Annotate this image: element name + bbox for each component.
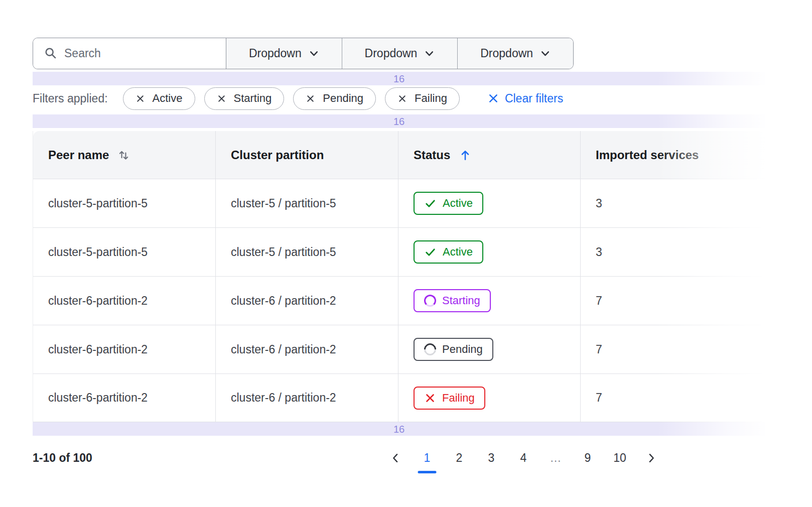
- column-header-peer-name[interactable]: Peer name: [33, 131, 215, 179]
- table-row: cluster-5-partition-5 cluster-5 / partit…: [33, 179, 765, 227]
- spacing-annotation-bar: 16: [33, 114, 765, 128]
- chevron-down-icon: [540, 48, 551, 59]
- cell-peer-name: cluster-6-partition-2: [33, 277, 215, 325]
- cell-imported-services: 3: [580, 179, 765, 227]
- column-header-cluster-partition: Cluster partition: [215, 131, 398, 179]
- pagination-prev-button[interactable]: [389, 452, 402, 464]
- table-row: cluster-6-partition-2 cluster-6 / partit…: [33, 276, 765, 325]
- status-badge-label: Pending: [442, 343, 483, 356]
- cell-imported-services: 3: [580, 228, 765, 276]
- cell-cluster-partition: cluster-5 / partition-5: [215, 179, 398, 227]
- dropdown-label: Dropdown: [480, 47, 533, 60]
- search-input[interactable]: [64, 47, 205, 60]
- column-header-status[interactable]: Status: [398, 131, 580, 179]
- status-badge-failing: Failing: [414, 387, 485, 410]
- clear-filters-button[interactable]: Clear filters: [488, 92, 563, 105]
- column-header-label: Peer name: [48, 148, 109, 162]
- dropdown-label: Dropdown: [249, 47, 302, 60]
- check-icon: [424, 197, 437, 210]
- pager-controls: 1 2 3 4 … 9 10: [389, 451, 657, 465]
- filter-chip-pending[interactable]: Pending: [293, 87, 376, 110]
- filter-toolbar: Dropdown Dropdown Dropdown: [33, 38, 574, 69]
- dismiss-icon: [136, 94, 145, 103]
- chevron-right-icon: [645, 452, 657, 464]
- sort-ascending-icon: [458, 148, 472, 162]
- filter-chip-starting[interactable]: Starting: [204, 87, 285, 110]
- column-header-label: Status: [414, 148, 450, 162]
- dropdown-button-3[interactable]: Dropdown: [458, 38, 573, 69]
- cell-cluster-partition: cluster-6 / partition-2: [215, 277, 398, 325]
- status-badge-pending: Pending: [414, 338, 493, 361]
- cell-status: Active: [398, 228, 580, 276]
- search-field[interactable]: [33, 38, 226, 69]
- loading-spinner-icon: [424, 295, 436, 307]
- check-icon: [424, 246, 437, 259]
- status-badge-label: Active: [443, 197, 473, 210]
- dismiss-icon: [217, 94, 226, 103]
- cell-peer-name: cluster-6-partition-2: [33, 325, 215, 373]
- cell-peer-name: cluster-5-partition-5: [33, 228, 215, 276]
- column-header-label: Cluster partition: [231, 148, 324, 162]
- filters-applied-row: Filters applied: Active Starting Pending…: [33, 85, 765, 111]
- table-header-row: Peer name Cluster partition Status Impor…: [33, 131, 765, 179]
- cell-imported-services: 7: [580, 277, 765, 325]
- filter-chip-label: Starting: [234, 92, 272, 105]
- table-row: cluster-6-partition-2 cluster-6 / partit…: [33, 325, 765, 373]
- pagination-page-2[interactable]: 2: [452, 451, 466, 465]
- cell-cluster-partition: cluster-5 / partition-5: [215, 228, 398, 276]
- pagination-page-9[interactable]: 9: [581, 451, 595, 465]
- cell-status: Pending: [398, 325, 580, 373]
- filter-chip-label: Active: [153, 92, 183, 105]
- dismiss-icon: [397, 94, 407, 103]
- peers-table: Peer name Cluster partition Status Impor…: [33, 131, 765, 422]
- pagination-page-3[interactable]: 3: [484, 451, 498, 465]
- chevron-left-icon: [389, 452, 402, 464]
- table-row: cluster-5-partition-5 cluster-5 / partit…: [33, 227, 765, 276]
- dismiss-icon: [306, 94, 315, 103]
- pagination-range-label: 1-10 of 100: [33, 451, 92, 465]
- chevron-down-icon: [309, 48, 319, 59]
- spacing-annotation-bar: 16: [33, 422, 765, 436]
- pagination-page-4[interactable]: 4: [516, 451, 530, 465]
- filter-chip-active[interactable]: Active: [123, 87, 195, 110]
- status-badge-active: Active: [414, 192, 483, 215]
- status-badge-label: Failing: [442, 392, 475, 405]
- status-badge-starting: Starting: [414, 289, 491, 312]
- cell-peer-name: cluster-5-partition-5: [33, 179, 215, 227]
- pagination-page-1[interactable]: 1: [420, 451, 434, 465]
- cell-cluster-partition: cluster-6 / partition-2: [215, 325, 398, 373]
- chevron-down-icon: [424, 48, 435, 59]
- status-badge-label: Starting: [442, 294, 480, 307]
- cell-imported-services: 7: [580, 374, 765, 422]
- sort-icon: [117, 148, 130, 162]
- dropdown-button-2[interactable]: Dropdown: [342, 38, 458, 69]
- cell-cluster-partition: cluster-6 / partition-2: [215, 374, 398, 422]
- cell-status: Failing: [398, 374, 580, 422]
- spacing-value: 16: [393, 424, 404, 434]
- pagination-next-button[interactable]: [645, 452, 657, 464]
- cell-peer-name: cluster-6-partition-2: [33, 374, 215, 422]
- x-icon: [424, 392, 436, 404]
- status-badge-label: Active: [443, 245, 473, 259]
- spacing-value: 16: [393, 116, 404, 126]
- filter-chip-failing[interactable]: Failing: [385, 87, 460, 110]
- column-header-label: Imported services: [596, 148, 699, 162]
- search-icon: [44, 47, 58, 60]
- filter-chip-label: Failing: [415, 92, 447, 105]
- cell-status: Active: [398, 179, 580, 227]
- dropdown-label: Dropdown: [365, 47, 418, 60]
- page-content: Dropdown Dropdown Dropdown 16 Filters ap…: [33, 38, 765, 473]
- pagination-page-10[interactable]: 10: [613, 451, 627, 465]
- pagination-bar: 1-10 of 100 1 2 3 4 … 9 10: [33, 443, 765, 473]
- dropdown-button-1[interactable]: Dropdown: [226, 38, 342, 69]
- column-header-imported-services: Imported services: [580, 131, 765, 179]
- loading-spinner-icon: [422, 341, 439, 358]
- filters-applied-label: Filters applied:: [33, 92, 108, 105]
- clear-filters-label: Clear filters: [505, 92, 563, 105]
- clear-icon: [488, 93, 499, 104]
- spacing-annotation-bar: 16: [33, 72, 765, 85]
- table-row: cluster-6-partition-2 cluster-6 / partit…: [33, 373, 765, 422]
- spacing-value: 16: [393, 74, 404, 84]
- filter-chip-label: Pending: [323, 92, 363, 105]
- status-badge-active: Active: [414, 240, 483, 264]
